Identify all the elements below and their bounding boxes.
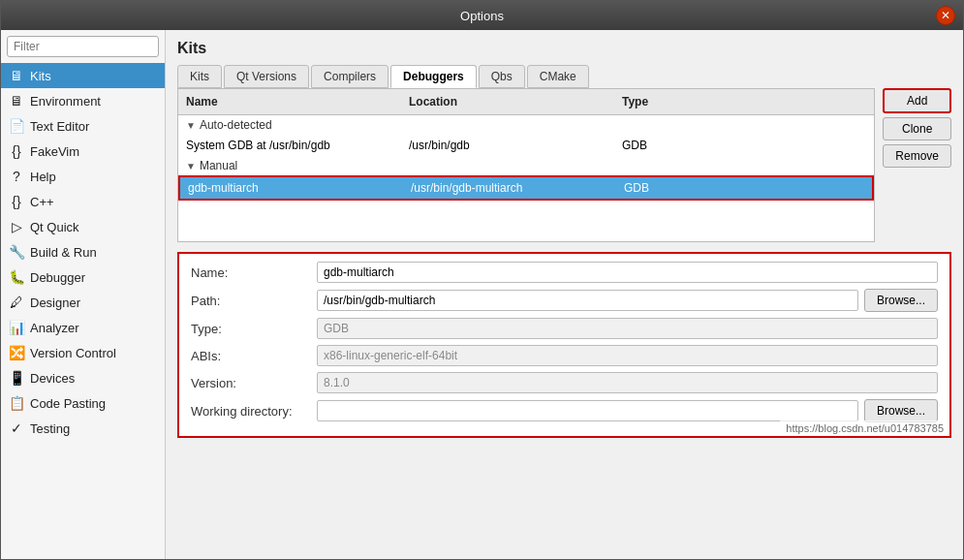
type-input (317, 318, 938, 339)
sidebar-item-analyzer[interactable]: 📊 Analyzer (1, 315, 165, 340)
sidebar-item-label: Help (30, 170, 56, 184)
code-pasting-icon: 📋 (9, 395, 24, 411)
group-toggle-icon: ▼ (186, 120, 196, 131)
group-label: Auto-detected (200, 118, 272, 132)
sidebar-item-label: Environment (30, 94, 101, 109)
sidebar-item-label: Kits (30, 69, 51, 83)
close-icon: ✕ (941, 9, 950, 22)
tab-qbs[interactable]: Qbs (479, 65, 525, 88)
sidebar-item-qt-quick[interactable]: ▷ Qt Quick (1, 214, 165, 239)
type-label: Type: (191, 322, 317, 336)
sidebar-item-cpp[interactable]: {} C++ (1, 189, 165, 214)
sidebar-item-help[interactable]: ? Help (1, 164, 165, 189)
workdir-label: Working directory: (191, 404, 317, 419)
form-row-name: Name: (191, 262, 938, 283)
sidebar-item-label: Devices (30, 371, 75, 386)
row-type: GDB (616, 179, 732, 197)
kits-icon: 🖥 (9, 68, 24, 83)
cpp-icon: {} (9, 194, 24, 209)
sidebar-item-debugger[interactable]: 🐛 Debugger (1, 264, 165, 290)
sidebar-item-kits[interactable]: 🖥 Kits (1, 63, 165, 88)
name-label: Name: (191, 265, 317, 280)
path-label: Path: (191, 294, 317, 308)
version-control-icon: 🔀 (9, 345, 24, 360)
sidebar: 🖥 Kits 🖥 Environment 📄 Text Editor {} Fa… (1, 30, 166, 559)
clone-button[interactable]: Clone (883, 117, 951, 140)
form-row-version: Version: (191, 372, 938, 393)
sidebar-item-label: C++ (30, 195, 54, 209)
workdir-browse-button[interactable]: Browse... (864, 399, 938, 422)
sidebar-item-fakevim[interactable]: {} FakeVim (1, 139, 165, 164)
sidebar-item-version-control[interactable]: 🔀 Version Control (1, 340, 165, 365)
group-label: Manual (200, 159, 237, 172)
debugger-icon: 🐛 (9, 269, 24, 285)
group-auto-detected: ▼ Auto-detected (178, 115, 874, 135)
sidebar-item-designer[interactable]: 🖊 Designer (1, 290, 165, 315)
tab-kits[interactable]: Kits (177, 65, 222, 88)
table-section: Name Location Type ▼ Auto-detected Syste… (177, 88, 951, 242)
form-row-path: Path: Browse... (191, 289, 938, 312)
table-header: Name Location Type (178, 89, 874, 115)
table-row[interactable]: System GDB at /usr/bin/gdb /usr/bin/gdb … (178, 135, 874, 156)
tab-compilers[interactable]: Compilers (311, 65, 389, 88)
table-body: ▼ Auto-detected System GDB at /usr/bin/g… (178, 115, 874, 241)
testing-icon: ✓ (9, 420, 24, 436)
main-panel: Kits Kits Qt Versions Compilers Debugger… (166, 30, 963, 559)
row-location: /usr/bin/gdb-multiarch (403, 179, 616, 197)
sidebar-item-label: Analyzer (30, 321, 79, 335)
url-bar: https://blog.csdn.net/u014783785 (780, 420, 949, 436)
environment-icon: 🖥 (9, 93, 24, 109)
col-location-header: Location (401, 93, 614, 110)
help-icon: ? (9, 169, 24, 184)
options-window: Options ✕ 🖥 Kits 🖥 Environment 📄 Text Ed… (0, 0, 964, 560)
sidebar-item-testing[interactable]: ✓ Testing (1, 416, 165, 441)
sidebar-item-label: Testing (30, 421, 70, 436)
row-name: gdb-multiarch (180, 179, 403, 197)
tab-debuggers[interactable]: Debuggers (390, 65, 477, 88)
debuggers-table: Name Location Type ▼ Auto-detected Syste… (177, 88, 875, 242)
form-row-type: Type: (191, 318, 938, 339)
fakevim-icon: {} (9, 143, 24, 159)
row-name: System GDB at /usr/bin/gdb (178, 137, 401, 154)
sidebar-item-label: Debugger (30, 270, 85, 285)
col-name-header: Name (178, 93, 401, 110)
sidebar-item-label: Build & Run (30, 245, 97, 260)
name-input[interactable] (317, 262, 938, 283)
path-browse-button[interactable]: Browse... (864, 289, 938, 312)
version-input (317, 372, 938, 393)
group-toggle-icon: ▼ (186, 161, 196, 171)
sidebar-item-build-run[interactable]: 🔧 Build & Run (1, 239, 165, 264)
remove-button[interactable]: Remove (883, 144, 951, 168)
sidebar-item-label: FakeVim (30, 144, 79, 159)
tab-cmake[interactable]: CMake (527, 65, 589, 88)
sidebar-item-environment[interactable]: 🖥 Environment (1, 88, 165, 113)
window-title: Options (460, 9, 504, 23)
tab-qt-versions[interactable]: Qt Versions (224, 65, 309, 88)
close-button[interactable]: ✕ (936, 6, 955, 25)
version-label: Version: (191, 376, 317, 390)
abis-input (317, 345, 938, 366)
action-buttons: Add Clone Remove (875, 88, 951, 168)
titlebar: Options ✕ (1, 1, 963, 30)
path-input[interactable] (317, 290, 858, 311)
form-row-workdir: Working directory: Browse... (191, 399, 938, 422)
details-panel: Name: Path: Browse... Type: (177, 252, 951, 438)
build-run-icon: 🔧 (9, 244, 24, 260)
abis-label: ABIs: (191, 349, 317, 363)
content-area: 🖥 Kits 🖥 Environment 📄 Text Editor {} Fa… (1, 30, 963, 559)
add-button[interactable]: Add (883, 88, 951, 113)
sidebar-item-devices[interactable]: 📱 Devices (1, 365, 165, 390)
panel-title: Kits (177, 40, 951, 57)
text-editor-icon: 📄 (9, 118, 24, 134)
workdir-input[interactable] (317, 400, 858, 421)
row-type: GDB (614, 137, 731, 154)
designer-icon: 🖊 (9, 295, 24, 310)
path-input-group: Browse... (317, 289, 938, 312)
sidebar-item-label: Code Pasting (30, 396, 106, 411)
table-row-selected[interactable]: gdb-multiarch /usr/bin/gdb-multiarch GDB (178, 175, 874, 201)
col-type-header: Type (614, 93, 731, 110)
sidebar-item-text-editor[interactable]: 📄 Text Editor (1, 113, 165, 139)
filter-input[interactable] (7, 36, 159, 57)
sidebar-item-code-pasting[interactable]: 📋 Code Pasting (1, 390, 165, 416)
devices-icon: 📱 (9, 370, 24, 386)
